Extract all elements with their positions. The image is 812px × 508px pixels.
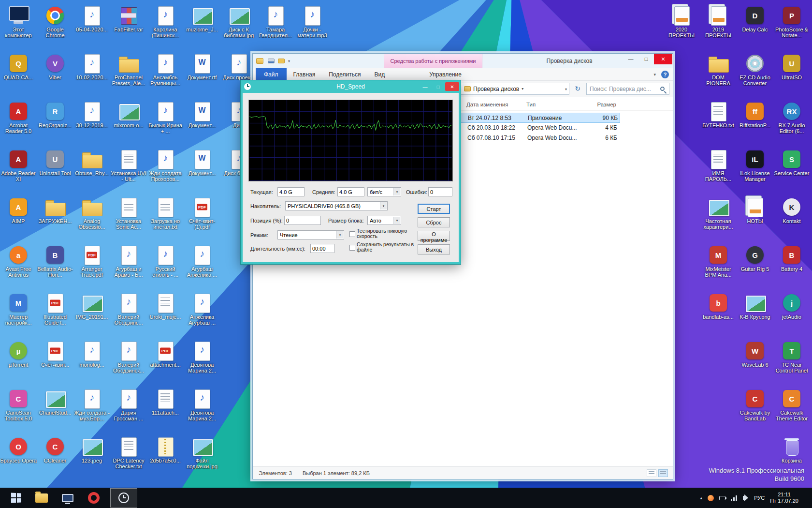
desktop-icon[interactable]: Диск с К библами.jpg: [220, 3, 257, 51]
desktop-icon[interactable]: Ансамбль Румяницы...: [147, 51, 184, 99]
desktop-icon[interactable]: Документ...: [184, 99, 220, 147]
minimize-button[interactable]: —: [419, 82, 431, 91]
desktop-icon[interactable]: RRegOrganiz...: [37, 99, 73, 147]
desktop-icon[interactable]: ProChannel Presets_Ale...: [110, 51, 147, 99]
tab-home[interactable]: Главная: [287, 68, 322, 80]
desktop-icon[interactable]: CCanoScan Toolbox 5.0: [0, 386, 37, 434]
test-peak-checkbox[interactable]: [349, 231, 355, 237]
duration-input[interactable]: [310, 244, 334, 253]
desktop-icon[interactable]: EZ CD Audio Converter: [737, 51, 773, 99]
desktop-icon[interactable]: DPC Latency Checker.txt: [110, 434, 147, 482]
desktop-icon[interactable]: AAcrobat Reader 5.0: [0, 99, 37, 147]
current-speed-input[interactable]: [277, 187, 304, 196]
unit-select[interactable]: бит/с ▾: [367, 187, 401, 196]
tray-volume-icon[interactable]: [743, 496, 746, 500]
desktop-icon[interactable]: Валерий Ободзинс...: [110, 290, 147, 338]
show-desktop-button[interactable]: [805, 488, 808, 508]
desktop-icon[interactable]: Дария Гроссман ...: [110, 386, 147, 434]
desktop-icon[interactable]: Анжелика Агурбаш ...: [184, 290, 220, 338]
desktop-icon[interactable]: 30-12-2019...: [73, 99, 110, 147]
column-header-date[interactable]: Дата изменения: [466, 102, 523, 107]
desktop-icon[interactable]: CCakewalk by BandLab: [737, 386, 773, 434]
desktop-icon[interactable]: ffRiffstationP...: [737, 99, 773, 147]
start-button[interactable]: [5, 488, 28, 508]
desktop-icon[interactable]: PPhotoScore & Notate...: [773, 3, 810, 51]
tray-chevron-up-icon[interactable]: ▴: [700, 495, 703, 500]
refresh-button[interactable]: ↻: [572, 85, 583, 92]
desktop-icon[interactable]: iLiLok License Manager: [737, 147, 773, 194]
desktop-icon[interactable]: BBattery 4: [773, 242, 810, 290]
thumbnails-view-button[interactable]: [658, 469, 668, 477]
mode-select[interactable]: Чтение ▾: [277, 230, 344, 239]
taskbar-opera-button[interactable]: [83, 488, 104, 508]
qat-folder-icon[interactable]: [278, 59, 285, 63]
tray-power-icon[interactable]: [719, 496, 725, 500]
errors-input[interactable]: [428, 187, 452, 196]
desktop-icon[interactable]: Тамара Гвердцител...: [257, 3, 294, 51]
desktop-icon[interactable]: Жди солдата - муз.Бор...: [73, 386, 110, 434]
desktop-icon[interactable]: Документ...: [184, 147, 220, 194]
desktop-icon[interactable]: CCakewalk Theme Editor: [773, 386, 810, 434]
desktop-icon[interactable]: Девятова Марина 2...: [184, 386, 220, 434]
breadcrumb[interactable]: Проверка дисков ▾: [462, 83, 525, 94]
desktop-icon[interactable]: monolog...: [73, 338, 110, 386]
desktop-icon[interactable]: GGuitar Rig 5: [737, 242, 773, 290]
desktop-icon[interactable]: Google Chrome: [37, 3, 73, 51]
save-results-checkbox[interactable]: [349, 245, 355, 251]
drive-select[interactable]: PHYSICALDRIVE0 (465.8 GB) ▾: [285, 201, 388, 210]
taskbar-clock[interactable]: 21:11 Пт 17.07.20: [770, 492, 798, 504]
desktop-icon[interactable]: MMixMeister BPM Ana...: [700, 242, 737, 290]
search-box[interactable]: Поиск: Проверка дис...: [586, 83, 669, 95]
desktop-icon[interactable]: Obtuse_Rhy...: [73, 147, 110, 194]
column-header-type[interactable]: Тип: [526, 102, 583, 107]
desktop-icon[interactable]: Валерий Ободзинск...: [110, 338, 147, 386]
taskbar-explorer-button[interactable]: [31, 488, 52, 508]
tab-view[interactable]: Вид: [367, 68, 392, 80]
desktop-icon[interactable]: WWaveLab 6: [737, 338, 773, 386]
desktop-icon[interactable]: Счёт-квит-(1).pdf: [184, 194, 220, 242]
desktop-icon[interactable]: AAdobe Reader XI: [0, 147, 37, 194]
desktop-icon[interactable]: БУТЕНКО.txt: [700, 99, 737, 147]
desktop-icon[interactable]: 111attach...: [147, 386, 184, 434]
close-button[interactable]: ✕: [445, 82, 459, 91]
desktop-icon[interactable]: Частотная характери...: [700, 194, 737, 242]
desktop-icon[interactable]: Этот компьютер: [0, 3, 37, 51]
desktop-icon[interactable]: jjetAudio: [773, 290, 810, 338]
desktop-icon[interactable]: UUninstall Tool: [37, 147, 73, 194]
desktop-icon[interactable]: 2d5b7a5c0...: [147, 434, 184, 482]
position-input[interactable]: [284, 216, 321, 225]
tray-avast-icon[interactable]: [708, 495, 714, 501]
desktop-icon[interactable]: VViber: [37, 51, 73, 99]
desktop-icon[interactable]: KKontakt: [773, 194, 810, 242]
address-dropdown-icon[interactable]: ▾: [565, 87, 567, 91]
maximize-button[interactable]: □: [432, 82, 444, 91]
desktop-icon[interactable]: Былык Ирина + ...: [147, 99, 184, 147]
desktop-icon[interactable]: FabFilter.rar: [110, 3, 147, 51]
tray-network-icon[interactable]: [731, 495, 738, 501]
desktop-icon[interactable]: ChanelStud...: [37, 386, 73, 434]
language-indicator[interactable]: РУС: [754, 495, 765, 501]
desktop-icon[interactable]: muzlome_J...: [184, 3, 220, 51]
desktop-icon[interactable]: Девятова Марина 2...: [184, 338, 220, 386]
details-view-button[interactable]: [647, 469, 656, 477]
desktop-icon[interactable]: Установка Sonic Ac...: [110, 194, 147, 242]
desktop-icon[interactable]: DDelay Calc: [737, 3, 773, 51]
tab-file[interactable]: Файл: [256, 68, 287, 80]
desktop-icon[interactable]: Счёт-квит...: [37, 338, 73, 386]
desktop-icon[interactable]: BBellatrix Audio-Hori...: [37, 242, 73, 290]
tab-manage[interactable]: Управление: [422, 68, 468, 80]
desktop-icon[interactable]: OБраузер Opera: [0, 434, 37, 482]
help-icon[interactable]: ?: [661, 71, 669, 78]
desktop-icon[interactable]: QQUAD-CA...: [0, 51, 37, 99]
minimize-button[interactable]: —: [623, 54, 638, 64]
desktop-icon[interactable]: ИМЯ ПАРОЛЬ...: [700, 147, 737, 194]
desktop-icon[interactable]: SService Center: [773, 147, 810, 194]
maximize-button[interactable]: □: [638, 54, 654, 64]
reset-button[interactable]: Сброс: [418, 217, 450, 227]
desktop-icon[interactable]: attachment...: [147, 338, 184, 386]
desktop-icon[interactable]: 05-04-2020...: [73, 3, 110, 51]
desktop-icon[interactable]: aAvast Free Antivirus: [0, 242, 37, 290]
desktop-icon[interactable]: mixroom-o...: [110, 99, 147, 147]
desktop-icon[interactable]: Illustrated Guide t...: [37, 290, 73, 338]
desktop-icon[interactable]: UUltraISO: [773, 51, 810, 99]
